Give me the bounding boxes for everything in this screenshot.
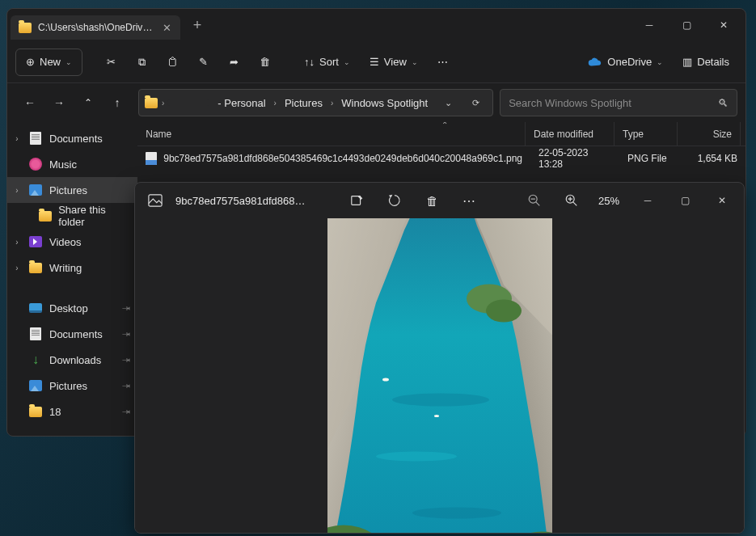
column-name-header[interactable]: Name xyxy=(137,122,526,146)
file-type: PNG File xyxy=(619,153,682,164)
chevron-right-icon[interactable]: › xyxy=(12,186,22,195)
tree-label: Pictures xyxy=(49,380,87,392)
chevron-right-icon[interactable]: › xyxy=(12,134,22,143)
plus-circle-icon: ⊕ xyxy=(26,56,35,68)
png-file-icon xyxy=(146,152,157,165)
folder-icon xyxy=(144,95,158,110)
trash-icon: 🗑︎ xyxy=(260,56,270,68)
zoom-out-button[interactable] xyxy=(517,184,551,217)
tree-label: Documents xyxy=(49,328,103,340)
address-dropdown-button[interactable]: ⌄ xyxy=(436,91,460,115)
sort-button[interactable]: ↑↓ Sort ⌄ xyxy=(296,49,358,76)
music-icon xyxy=(29,158,42,171)
group-collapse-icon[interactable]: ⌃ xyxy=(441,122,448,129)
copy-button[interactable]: ⧉ xyxy=(128,49,155,76)
share-button[interactable]: ➦ xyxy=(220,49,247,76)
view-icon: ☰ xyxy=(370,56,379,68)
breadcrumb-personal[interactable]: - Personal xyxy=(213,94,270,112)
tree-item-downloads[interactable]: ↓ Downloads 📌︎ xyxy=(7,347,137,373)
column-type-header[interactable]: Type xyxy=(615,122,678,146)
minimize-button[interactable]: ─ xyxy=(629,184,666,217)
column-date-header[interactable]: Date modified xyxy=(526,122,615,146)
zoom-in-button[interactable] xyxy=(555,184,589,217)
delete-photo-button[interactable]: 🗑︎ xyxy=(415,184,449,217)
onedrive-button[interactable]: OneDrive ⌄ xyxy=(580,49,671,76)
tab-close-icon[interactable]: ✕ xyxy=(161,21,172,34)
breadcrumb-spotlight[interactable]: Windows Spotlight xyxy=(336,94,433,112)
maximize-button[interactable]: ▢ xyxy=(666,184,703,217)
tree-item-writing[interactable]: › Writing xyxy=(7,255,137,281)
new-tab-button[interactable]: + xyxy=(184,13,211,37)
svg-point-17 xyxy=(486,300,522,323)
desktop-icon xyxy=(29,303,42,313)
breadcrumb-pictures[interactable]: Pictures xyxy=(280,94,327,112)
svg-point-19 xyxy=(434,415,439,417)
folder-icon xyxy=(39,211,52,222)
tree-item-videos[interactable]: › Videos xyxy=(7,229,137,255)
tree-item-share[interactable]: Share this folder xyxy=(7,203,137,229)
details-label: Details xyxy=(697,56,729,68)
back-button[interactable]: ← xyxy=(15,90,44,116)
tree-item-documents[interactable]: › Documents xyxy=(7,125,137,151)
more-button[interactable]: ⋯ xyxy=(429,49,457,76)
chevron-right-icon[interactable]: › xyxy=(12,264,22,272)
tree-item-18[interactable]: 18 📌︎ xyxy=(7,399,137,424)
close-button[interactable]: ✕ xyxy=(705,9,742,41)
cut-button[interactable]: ✂ xyxy=(97,49,125,76)
file-size: 1,654 KB xyxy=(682,153,745,164)
pin-icon: 📌︎ xyxy=(120,405,133,418)
tab-active[interactable]: C:\Users\shash\OneDrive\Pictu ✕ xyxy=(11,15,180,40)
details-button[interactable]: ▥ Details xyxy=(674,49,737,76)
copy-icon: ⧉ xyxy=(138,56,146,69)
address-bar[interactable]: › - Personal › Pictures › Windows Spotli… xyxy=(138,89,493,116)
tree-item-pictures[interactable]: › Pictures xyxy=(7,177,137,203)
chevron-right-icon: › xyxy=(331,99,333,108)
view-label: View xyxy=(384,56,407,68)
paste-button[interactable]: 📋︎ xyxy=(158,49,186,76)
scissors-icon: ✂ xyxy=(107,56,116,68)
search-box[interactable]: 🔍︎ xyxy=(500,89,737,116)
svg-point-11 xyxy=(376,452,457,462)
folder-icon xyxy=(19,20,32,35)
zoom-out-icon xyxy=(527,193,542,208)
new-button[interactable]: ⊕ New ⌄ xyxy=(15,49,82,76)
edit-icon xyxy=(350,193,365,208)
chevron-down-icon: ⌄ xyxy=(657,58,663,66)
up-button[interactable]: ⌃ xyxy=(74,90,103,116)
chevron-right-icon: › xyxy=(162,99,164,108)
download-icon: ↓ xyxy=(32,352,39,367)
photo-canvas[interactable] xyxy=(135,218,744,533)
tree-item-music[interactable]: Music xyxy=(7,151,137,177)
forward-button[interactable]: → xyxy=(44,90,74,116)
minimize-button[interactable]: ─ xyxy=(631,9,668,41)
maximize-button[interactable]: ▢ xyxy=(668,9,705,41)
breadcrumb-hidden[interactable] xyxy=(167,99,209,106)
column-size-header[interactable]: Size xyxy=(678,122,741,146)
more-photo-button[interactable]: ⋯ xyxy=(452,184,486,217)
close-button[interactable]: ✕ xyxy=(703,184,741,217)
navigation-bar: ← → ⌃ ↑ › - Personal › Pictures › Window… xyxy=(7,83,745,122)
search-input[interactable] xyxy=(509,97,718,109)
tree-item-documents2[interactable]: Documents 📌︎ xyxy=(7,321,137,347)
tree-label: Share this folder xyxy=(58,204,131,228)
refresh-nav-button[interactable]: ↑ xyxy=(103,90,132,116)
rotate-button[interactable] xyxy=(378,184,412,217)
view-button[interactable]: ☰ View ⌄ xyxy=(361,49,426,76)
pin-icon: 📌︎ xyxy=(120,379,133,392)
share-icon: ➦ xyxy=(230,56,239,68)
file-name: 9bc78ed7575a981dfd868e504385469c1c4493de… xyxy=(163,153,522,164)
ellipsis-icon: ⋯ xyxy=(437,56,448,68)
rename-button[interactable]: ✎ xyxy=(189,49,217,76)
photos-title-bar: 9bc78ed7575a981dfd868e5... 🗑︎ ⋯ 25% ─ ▢ … xyxy=(135,183,744,218)
refresh-button[interactable]: ⟳ xyxy=(463,91,488,115)
tree-label: Downloads xyxy=(49,354,101,366)
edit-button[interactable] xyxy=(340,184,374,217)
tree-item-desktop[interactable]: Desktop 📌︎ xyxy=(7,295,137,321)
svg-rect-0 xyxy=(149,195,162,206)
chevron-right-icon[interactable]: › xyxy=(12,238,22,247)
delete-button[interactable]: 🗑︎ xyxy=(251,49,278,76)
file-row[interactable]: 9bc78ed7575a981dfd868e504385469c1c4493de… xyxy=(137,146,745,171)
svg-point-18 xyxy=(382,378,389,382)
cloud-icon xyxy=(588,57,602,67)
tree-item-pictures2[interactable]: Pictures 📌︎ xyxy=(7,373,137,399)
